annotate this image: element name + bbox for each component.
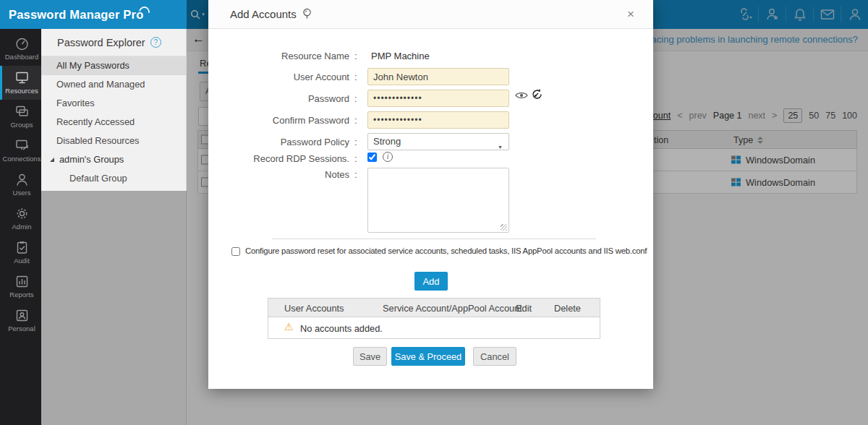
modal-title: Add Accounts bbox=[230, 8, 297, 20]
show-password-eye-icon[interactable] bbox=[515, 91, 528, 100]
user-account-input[interactable] bbox=[367, 68, 509, 85]
primary-sidebar: Dashboard Resources Groups Connections U… bbox=[0, 29, 41, 425]
cancel-button[interactable]: Cancel bbox=[473, 347, 516, 366]
accounts-table: User Accounts Service Account/AppPool Ac… bbox=[268, 298, 600, 339]
sidebar-item-resources[interactable]: Resources bbox=[0, 66, 41, 100]
bulb-icon bbox=[302, 8, 312, 20]
tree-expand-icon[interactable] bbox=[50, 158, 54, 162]
sidebar-item-dashboard[interactable]: Dashboard bbox=[0, 32, 41, 66]
explorer-item-disabled-resources[interactable]: Disabled Resources bbox=[41, 132, 186, 150]
users-icon bbox=[14, 173, 30, 186]
resource-name-label: Resource Name bbox=[223, 51, 349, 61]
notes-textarea[interactable] bbox=[367, 168, 509, 233]
configure-reset-label: Configure password reset for associated … bbox=[245, 246, 647, 255]
record-rdp-label: Record RDP Sessions. bbox=[223, 153, 349, 164]
explorer-item-recently-accessed[interactable]: Recently Accessed bbox=[41, 113, 186, 132]
add-button[interactable]: Add bbox=[414, 272, 448, 291]
sidebar-item-audit[interactable]: Audit bbox=[0, 236, 41, 270]
sidebar-item-personal[interactable]: Personal bbox=[0, 304, 41, 338]
app-logo[interactable]: Password Manager Pro bbox=[9, 8, 143, 22]
col-delete: Delete bbox=[554, 303, 581, 314]
notes-label: Notes bbox=[223, 169, 349, 180]
app-logo-area: Password Manager Pro bbox=[0, 0, 187, 29]
confirm-password-input[interactable] bbox=[367, 111, 509, 129]
explorer-item-owned-and-managed[interactable]: Owned and Managed bbox=[41, 75, 186, 94]
dropdown-caret-icon: ▼ bbox=[498, 139, 503, 155]
warning-icon: ⚠ bbox=[284, 322, 294, 332]
help-icon[interactable]: ? bbox=[150, 37, 161, 48]
password-input[interactable] bbox=[367, 90, 509, 107]
save-button[interactable]: Save bbox=[353, 347, 387, 366]
password-explorer-panel: Password Explorer ? All My Passwords Own… bbox=[41, 29, 187, 191]
save-and-proceed-button[interactable]: Save & Proceed bbox=[391, 347, 465, 366]
modal-header: Add Accounts × bbox=[208, 0, 653, 29]
password-label: Password bbox=[223, 93, 349, 104]
explorer-item-admins-groups[interactable]: admin's Groups bbox=[41, 150, 186, 169]
sidebar-item-connections[interactable]: Connections bbox=[0, 134, 41, 168]
sidebar-item-groups[interactable]: Groups bbox=[0, 100, 41, 134]
divider bbox=[272, 239, 596, 239]
sidebar-item-admin[interactable]: Admin bbox=[0, 202, 41, 236]
empty-message: No accounts added. bbox=[300, 323, 383, 334]
resource-name-value: PMP Machine bbox=[371, 51, 430, 61]
accounts-table-header: User Accounts Service Account/AppPool Ac… bbox=[268, 298, 600, 317]
empty-state-row: ⚠ No accounts added. bbox=[268, 317, 600, 339]
admin-gear-icon bbox=[14, 207, 30, 220]
personal-icon bbox=[14, 309, 30, 322]
info-icon[interactable]: i bbox=[383, 152, 393, 162]
explorer-item-all-my-passwords[interactable]: All My Passwords bbox=[41, 56, 186, 75]
col-user-accounts: User Accounts bbox=[284, 303, 344, 314]
close-icon[interactable]: × bbox=[627, 8, 634, 20]
configure-reset-checkbox[interactable] bbox=[231, 247, 240, 256]
explorer-title: Password Explorer bbox=[57, 37, 145, 48]
explorer-header: Password Explorer ? bbox=[41, 29, 186, 56]
col-service-account: Service Account/AppPool Account bbox=[383, 303, 522, 314]
explorer-item-default-group[interactable]: Default Group bbox=[41, 169, 186, 188]
connections-icon bbox=[14, 139, 30, 153]
record-rdp-checkbox[interactable] bbox=[367, 153, 377, 162]
resources-icon bbox=[14, 71, 30, 85]
reports-chart-icon bbox=[14, 275, 30, 288]
user-account-label: User Account bbox=[223, 72, 349, 82]
col-edit: Edit bbox=[516, 303, 532, 314]
resize-grip-icon[interactable] bbox=[501, 224, 507, 231]
dashboard-icon bbox=[14, 37, 30, 51]
confirm-password-label: Confirm Password bbox=[223, 115, 349, 126]
sidebar-item-reports[interactable]: Reports bbox=[0, 270, 41, 304]
password-policy-label: Password Policy bbox=[223, 137, 349, 147]
sidebar-item-users[interactable]: Users bbox=[0, 168, 41, 202]
configure-reset-row: Configure password reset for associated … bbox=[231, 246, 647, 256]
generate-password-icon[interactable] bbox=[531, 88, 543, 100]
audit-clipboard-icon bbox=[14, 241, 30, 254]
password-policy-select[interactable]: Strong ▼ bbox=[367, 133, 509, 150]
add-accounts-modal: Add Accounts × Resource Name : PMP Machi… bbox=[208, 0, 653, 389]
explorer-item-favorites[interactable]: Favorites bbox=[41, 94, 186, 113]
groups-icon bbox=[14, 105, 30, 119]
